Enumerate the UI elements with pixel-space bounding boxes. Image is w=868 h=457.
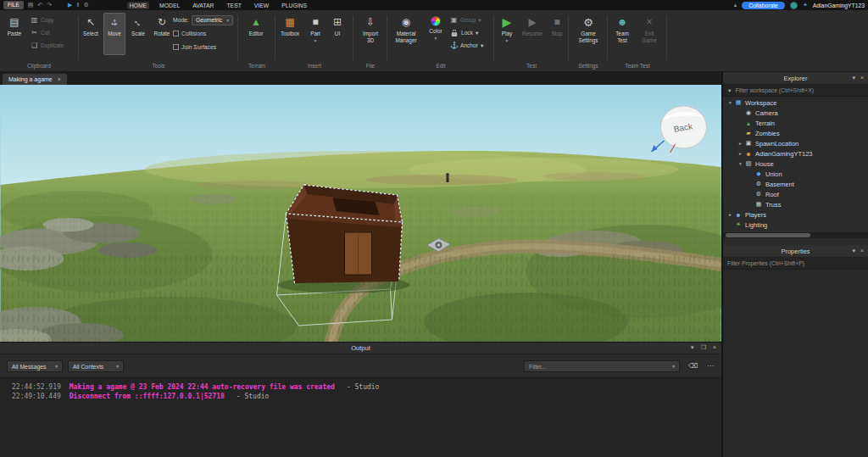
output-log-list[interactable]: 22:44:52.919Making a agame @ 23 Feb 2024… xyxy=(0,378,721,457)
duplicate-button[interactable]: ❏ Duplicate xyxy=(31,39,64,52)
explorer-hscrollbar[interactable] xyxy=(723,232,868,238)
scale-tool-button[interactable]: ↔ Scale xyxy=(127,13,149,55)
terrain-editor-label: Editor xyxy=(249,31,264,37)
avatar[interactable] xyxy=(790,2,798,9)
undo-icon[interactable]: ↶ xyxy=(37,1,42,9)
expand-arrow-icon[interactable]: ▸ xyxy=(737,151,744,156)
tree-item-truss[interactable]: ▦Truss xyxy=(723,199,868,209)
output-float-icon[interactable]: ❐ xyxy=(701,344,706,351)
save-icon[interactable]: ▤ xyxy=(28,1,34,9)
part-button[interactable]: ■ Part ▾ xyxy=(304,13,326,55)
ribbon-group-clipboard: ▤ Paste ▥ Copy ✂ Cut ❏ Duplicate Clipboa xyxy=(2,10,76,71)
tree-item-house[interactable]: ▾▧House xyxy=(723,159,868,169)
notification-icon[interactable]: ✦ xyxy=(803,1,808,9)
color-dropdown-icon[interactable]: ▾ xyxy=(435,36,437,41)
tree-item-lighting[interactable]: ☀Lighting xyxy=(723,220,868,230)
quick-pause-icon[interactable]: ‖ xyxy=(77,1,80,9)
properties-chevron-down-icon[interactable]: ▾ xyxy=(852,248,855,254)
menu-tab-home[interactable]: HOME xyxy=(127,2,149,9)
anchor-dropdown-icon[interactable]: ▾ xyxy=(481,42,483,49)
menu-tab-view[interactable]: VIEW xyxy=(252,2,271,9)
toolbox-button[interactable]: ▦ Toolbox xyxy=(277,13,303,55)
close-tab-icon[interactable]: × xyxy=(58,76,61,82)
all-contexts-dropdown[interactable]: All Contexts ▾ xyxy=(68,360,124,372)
explorer-filter-input[interactable]: ▼ Filter workspace (Ctrl+Shift+X) xyxy=(723,85,868,97)
output-close-icon[interactable]: × xyxy=(713,344,716,351)
stop-icon: ■ xyxy=(554,16,559,29)
ui-button[interactable]: ⊞ UI xyxy=(328,13,347,55)
play-button[interactable]: ▶ Play ▾ xyxy=(496,13,518,55)
menu-tab-avatar[interactable]: AVATAR xyxy=(190,2,216,9)
material-manager-button[interactable]: ◉ Material Manager xyxy=(389,13,423,55)
explorer-chevron-down-icon[interactable]: ▾ xyxy=(852,75,855,81)
properties-filter-input[interactable]: Filter Properties (Ctrl+Shift+P) xyxy=(723,258,868,270)
tree-item-camera[interactable]: ◉Camera xyxy=(723,108,868,118)
part-label: Part xyxy=(310,31,320,37)
menu-tab-test[interactable]: TEST xyxy=(224,2,243,9)
redo-icon[interactable]: ↷ xyxy=(47,1,52,9)
tree-item-workspace[interactable]: ▾▦Workspace xyxy=(723,98,868,108)
truss-icon: ▦ xyxy=(754,201,763,208)
join-surfaces-label: Join Surfaces xyxy=(181,44,216,50)
tree-item-adiangamingyt123[interactable]: ▸☻AdianGamingYT123 xyxy=(723,148,868,159)
viewport-3d[interactable]: Back xyxy=(0,85,721,342)
lock-dropdown-icon[interactable]: ▾ xyxy=(476,30,478,36)
copy-button[interactable]: ▥ Copy xyxy=(31,14,64,26)
expand-arrow-icon[interactable]: ▸ xyxy=(726,212,734,217)
tree-item-union[interactable]: ◆Union xyxy=(723,169,868,179)
stop-button[interactable]: ■ Stop xyxy=(547,13,567,55)
expand-arrow-icon[interactable]: ▸ xyxy=(737,141,744,146)
exit-game-button[interactable]: × Exit Game xyxy=(637,13,662,55)
collisions-checkbox[interactable] xyxy=(173,31,179,36)
import-3d-icon: ⇩ xyxy=(366,16,375,29)
tree-item-players[interactable]: ▸☻Players xyxy=(723,209,868,220)
group-dropdown-icon[interactable]: ▾ xyxy=(478,17,481,24)
game-settings-button[interactable]: ⚙ Game Settings xyxy=(571,13,605,55)
tree-item-roof[interactable]: ⚙Roof xyxy=(723,189,868,199)
collaborate-button[interactable]: Collaborate xyxy=(742,2,785,9)
terrain-editor-icon: ▲ xyxy=(251,16,261,29)
clear-output-icon[interactable]: ⌫ xyxy=(688,362,698,370)
tree-item-zombies[interactable]: ▰Zombies xyxy=(723,128,868,138)
menu-tab-plugins[interactable]: PLUGINS xyxy=(279,2,309,9)
color-button[interactable]: Color ▾ xyxy=(425,13,447,55)
rotate-tool-button[interactable]: ↻ Rotate xyxy=(151,13,173,55)
cut-button[interactable]: ✂ Cut xyxy=(31,26,64,39)
part-dropdown-icon[interactable]: ▾ xyxy=(314,38,317,43)
tree-item-terrain[interactable]: ▲Terrain xyxy=(723,118,868,128)
terrain-icon: ▲ xyxy=(744,120,753,126)
menu-tab-model[interactable]: MODEL xyxy=(157,2,182,9)
collisions-label: Collisions xyxy=(181,31,206,36)
quick-play-icon[interactable]: ▶ xyxy=(68,1,72,9)
mode-dropdown[interactable]: Geometric ▾ xyxy=(192,15,233,25)
tree-item-spawnlocation[interactable]: ▸▣SpawnLocation xyxy=(723,138,868,148)
output-chevron-down-icon[interactable]: ▾ xyxy=(691,344,694,351)
all-messages-dropdown[interactable]: All Messages ▾ xyxy=(7,360,63,372)
join-surfaces-checkbox[interactable] xyxy=(173,44,179,50)
tree-item-basement[interactable]: ⚙Basement xyxy=(723,179,868,189)
lock-button[interactable]: Lock ▾ xyxy=(450,26,483,39)
explorer-hscrollbar-thumb[interactable] xyxy=(726,233,810,237)
properties-close-icon[interactable]: × xyxy=(860,248,864,254)
team-test-button[interactable]: ☻ Team Test xyxy=(609,13,635,55)
document-tab[interactable]: Making a agame × xyxy=(3,74,67,85)
select-tool-button[interactable]: ↖ Select xyxy=(80,13,102,55)
file-menu-button[interactable]: FILE xyxy=(3,1,24,9)
more-options-icon[interactable]: ⋯ xyxy=(707,362,714,370)
expand-arrow-icon[interactable]: ▾ xyxy=(737,161,744,166)
paste-button[interactable]: ▤ Paste xyxy=(3,13,25,55)
resume-button[interactable]: ▶ Resume xyxy=(520,13,545,55)
house-model[interactable] xyxy=(278,185,410,293)
import-3d-button[interactable]: ⇩ Import 3D xyxy=(358,13,383,55)
quick-settings-icon[interactable]: ⚙ xyxy=(83,1,88,9)
chevron-up-icon[interactable]: ▴ xyxy=(734,1,737,9)
group-button[interactable]: ▣ Group ▾ xyxy=(450,14,483,26)
expand-arrow-icon[interactable]: ▾ xyxy=(726,100,734,105)
play-dropdown-icon[interactable]: ▾ xyxy=(506,38,509,43)
output-filter-input[interactable]: Filter... ▾ xyxy=(524,360,680,372)
move-tool-button[interactable]: ↔ ↕ Move xyxy=(103,13,125,55)
anchor-button[interactable]: ⚓ Anchor ▾ xyxy=(450,39,483,52)
log-timestamp: 22:44:52.919 xyxy=(12,383,61,391)
terrain-editor-button[interactable]: ▲ Editor xyxy=(245,13,267,55)
explorer-close-icon[interactable]: × xyxy=(860,75,864,81)
